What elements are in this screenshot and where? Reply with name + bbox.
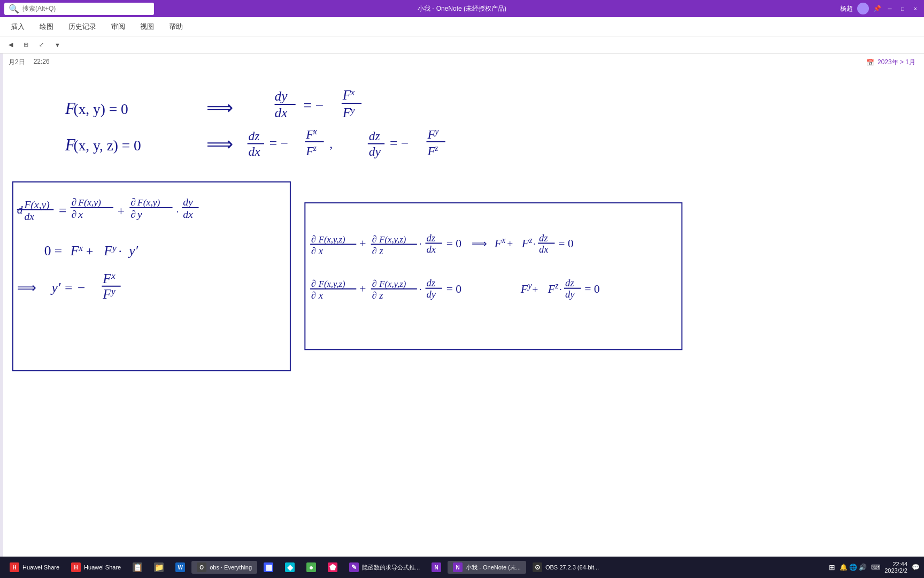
svg-text:∂: ∂ [311, 233, 316, 245]
svg-text:⟹: ⟹ [206, 134, 233, 155]
toolbar-back[interactable]: ◀ [4, 40, 17, 50]
svg-text:dz: dz [369, 129, 380, 143]
taskbar-onenote-active[interactable]: N 小我 - OneNote (未... [448, 561, 526, 574]
svg-text:dz: dz [249, 129, 260, 143]
svg-text:dx: dx [275, 105, 288, 120]
note-area[interactable]: 📅 2023年 > 1月 月2日 22:26 .math-text { fill… [3, 54, 924, 557]
note-pencil-icon: ✎ [349, 562, 359, 572]
svg-text:F: F [102, 271, 111, 286]
svg-text:F: F [494, 237, 502, 250]
svg-text:y: y [434, 127, 438, 136]
search-bar[interactable]: 🔍 [4, 3, 154, 15]
svg-text:x: x [78, 242, 83, 253]
svg-text:x: x [501, 235, 505, 245]
close-button[interactable]: × [911, 4, 920, 13]
pin-icon[interactable]: 📌 [873, 5, 881, 12]
taskbar-hidden-function[interactable]: ✎ 隐函数的求导公式推... [344, 561, 425, 574]
svg-text:= 0: = 0 [558, 237, 573, 250]
menu-history[interactable]: 历史记录 [62, 20, 103, 34]
svg-text:∂: ∂ [311, 278, 316, 289]
taskbar-right: ⊞ 🔔 🌐 🔊 ⌨ 22:44 2023/2/2 💬 [829, 561, 920, 574]
taskbar-green[interactable]: ● [301, 561, 321, 574]
svg-text:dy: dy [369, 144, 381, 158]
menu-draw[interactable]: 绘图 [33, 20, 60, 34]
onenote-icon: N [432, 562, 441, 572]
svg-text:F: F [427, 127, 435, 141]
date-display: 2023/2/2 [884, 567, 907, 574]
taskbar-huawei-share-2[interactable]: H Huawei Share [66, 561, 126, 574]
svg-text:z: z [434, 143, 438, 153]
menu-insert[interactable]: 插入 [4, 20, 31, 34]
svg-text:F: F [103, 243, 112, 258]
menu-help[interactable]: 帮助 [163, 20, 189, 34]
svg-text:⟹: ⟹ [472, 238, 487, 249]
obs-label: OBS 27.2.3 (64-bit... [545, 564, 599, 571]
svg-text:F: F [305, 144, 314, 158]
taskbar-huawei-share-1[interactable]: H Huawei Share [4, 561, 65, 574]
keyboard-icon[interactable]: ⌨ [871, 564, 880, 571]
svg-text:F: F [342, 87, 351, 103]
svg-text:dx: dx [183, 209, 193, 220]
titlebar-title: 小我 - OneNote (未经授权产品) [418, 4, 506, 13]
toolbar-view[interactable]: ⊞ [19, 40, 33, 50]
svg-text:+: + [118, 204, 125, 218]
time-display: 22:44 [892, 561, 907, 567]
taskbar-grid-icon[interactable]: ⊞ [829, 563, 835, 572]
taskbar-grid[interactable]: ▦ [258, 561, 279, 574]
svg-text:+: + [532, 284, 538, 295]
taskbar: H Huawei Share H Huawei Share 📋 📁 W O ob… [0, 557, 924, 578]
obs-everything-label: obs · Everything [210, 564, 252, 571]
svg-text:F(x,y): F(x,y) [78, 197, 101, 208]
svg-text:+: + [359, 283, 366, 295]
svg-text:F(x,y,z): F(x,y,z) [379, 279, 406, 289]
svg-text:+: + [359, 237, 366, 250]
menu-review[interactable]: 审阅 [105, 20, 132, 34]
onenote-label: 小我 - OneNote (未... [466, 564, 521, 572]
svg-text:0 =: 0 = [44, 243, 62, 258]
maximize-button[interactable]: □ [898, 4, 907, 13]
folder-icon: 📁 [154, 562, 164, 572]
notification-icon[interactable]: 💬 [912, 564, 920, 571]
taskbar-cyan[interactable]: ◆ [280, 561, 300, 574]
taskbar-clipboard[interactable]: 📋 [127, 561, 148, 574]
taskbar-word[interactable]: W [170, 561, 190, 574]
svg-text:y: y [350, 105, 355, 116]
main-area: 📅 2023年 > 1月 月2日 22:26 .math-text { fill… [0, 54, 924, 557]
svg-text:F(x,y,z): F(x,y,z) [318, 279, 345, 289]
svg-text:F(x,y,z): F(x,y,z) [318, 234, 345, 245]
svg-text:dz: dz [539, 232, 548, 244]
cyan-icon: ◆ [285, 562, 295, 572]
obs-icon: O [197, 562, 206, 572]
taskbar-obs[interactable]: ⊙ OBS 27.2.3 (64-bit... [527, 561, 604, 574]
minimize-button[interactable]: ─ [886, 4, 894, 13]
huawei-share-icon-1: H [10, 562, 19, 572]
svg-text:∂: ∂ [311, 290, 316, 301]
toolbar-more[interactable]: ▼ [50, 40, 65, 50]
svg-text:= 0: = 0 [584, 283, 599, 295]
svg-text:dz: dz [426, 277, 435, 288]
search-input[interactable] [22, 5, 150, 12]
toolbar-expand[interactable]: ⤢ [35, 40, 48, 50]
svg-text:= −: = − [390, 135, 409, 151]
svg-text:z: z [379, 290, 383, 301]
svg-text:x: x [318, 245, 324, 256]
svg-text:dz: dz [426, 232, 435, 244]
svg-text:= 0: = 0 [446, 283, 461, 295]
pink-icon: ⬟ [328, 562, 337, 572]
svg-text:dy: dy [183, 196, 193, 208]
huawei-share-label-1: Huawei Share [22, 564, 59, 571]
svg-text:∂: ∂ [372, 245, 377, 256]
user-name: 杨超 [840, 4, 853, 13]
svg-text:F: F [520, 283, 528, 295]
svg-text:z: z [555, 281, 558, 290]
svg-text:F(x,y): F(x,y) [137, 197, 160, 208]
svg-text:=: = [59, 203, 66, 218]
obs-app-icon: ⊙ [533, 562, 542, 572]
svg-text:F: F [548, 283, 556, 295]
taskbar-onenote-icon[interactable]: N [426, 561, 446, 574]
menu-view[interactable]: 视图 [134, 20, 160, 34]
taskbar-folder[interactable]: 📁 [149, 561, 169, 574]
taskbar-obs-everything[interactable]: O obs · Everything [191, 561, 257, 574]
taskbar-pink[interactable]: ⬟ [322, 561, 343, 574]
word-icon: W [175, 562, 185, 572]
